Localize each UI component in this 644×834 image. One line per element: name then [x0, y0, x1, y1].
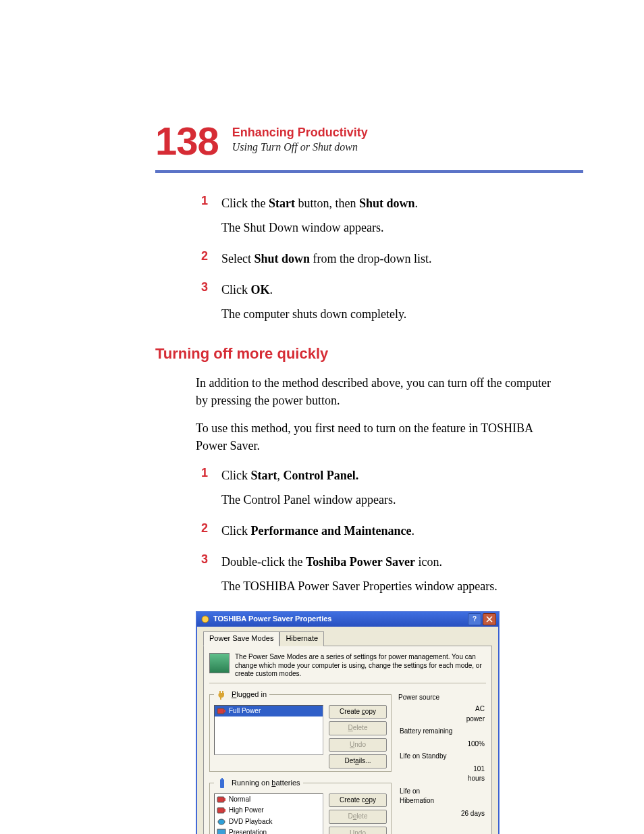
- tabs: Power Save Modes Hibernate: [203, 631, 492, 646]
- status-title: Power source: [398, 693, 486, 703]
- paragraph: In addition to the method described abov…: [196, 374, 556, 409]
- step-b3: 3 Double-click the Toshiba Power Saver i…: [196, 550, 556, 602]
- svg-rect-8: [224, 809, 225, 812]
- app-icon: [200, 615, 210, 624]
- step-text: Double-click the Toshiba Power Saver ico…: [221, 553, 556, 571]
- mode-icon: [217, 796, 226, 804]
- header-titles: Enhancing Productivity Using Turn Off or…: [232, 122, 368, 153]
- svg-point-9: [218, 819, 225, 825]
- plugged-in-group: Plugged in Full Power Create copy: [209, 689, 392, 772]
- status-row: Battery remaining: [400, 726, 485, 737]
- page: 138 Enhancing Productivity Using Turn Of…: [0, 0, 644, 834]
- header-rule: [155, 170, 583, 173]
- svg-rect-5: [217, 797, 224, 802]
- step-1: 1 Click the Start button, then Shut down…: [196, 192, 556, 243]
- undo-button[interactable]: Undo: [329, 738, 387, 752]
- details-button[interactable]: Details...: [329, 754, 387, 768]
- section-title: Using Turn Off or Shut down: [232, 141, 368, 153]
- svg-rect-2: [224, 710, 225, 712]
- svg-point-0: [202, 616, 209, 623]
- plugged-in-listbox[interactable]: Full Power: [214, 705, 323, 755]
- list-item[interactable]: Full Power: [215, 706, 323, 717]
- status-label: Battery remaining: [400, 726, 454, 737]
- step-subtext: The Control Panel window appears.: [221, 491, 556, 509]
- status-value: 101 hours: [456, 764, 485, 785]
- step-b2: 2 Click Performance and Maintenance.: [196, 519, 556, 546]
- status-row: AC power: [400, 704, 485, 725]
- status-table: AC powerBattery remaining100%Life on Sta…: [398, 702, 486, 820]
- step-subtext: The TOSHIBA Power Saver Properties windo…: [221, 577, 556, 595]
- battery-icon: [217, 777, 229, 789]
- help-button[interactable]: ?: [468, 613, 481, 625]
- status-label: [400, 808, 454, 820]
- content: 1 Click the Start button, then Shut down…: [196, 192, 583, 834]
- list-item-label: Presentation: [229, 828, 267, 834]
- mode-icon: [217, 829, 226, 834]
- status-row: Life on Standby: [400, 751, 485, 762]
- step-text: Select Shut down from the drop-down list…: [221, 250, 556, 267]
- mode-icon: [217, 806, 226, 814]
- list-item[interactable]: DVD Playback: [215, 816, 323, 828]
- status-row: Life on Hibernation: [400, 786, 485, 807]
- figure: TOSHIBA Power Saver Properties ? Power S…: [196, 611, 556, 834]
- undo-button-2[interactable]: Undo: [329, 827, 387, 834]
- middle-row: Plugged in Full Power Create copy: [209, 683, 486, 834]
- status-value: AC power: [456, 704, 485, 725]
- list-item[interactable]: Presentation: [215, 827, 323, 834]
- chapter-title: Enhancing Productivity: [232, 126, 368, 140]
- svg-rect-7: [217, 808, 224, 813]
- step-text: Click the Start button, then Shut down.: [221, 194, 556, 212]
- list-item-label: High Power: [229, 806, 264, 816]
- mode-icon: [217, 818, 226, 826]
- list-item[interactable]: Normal: [215, 794, 323, 806]
- status-value: 100%: [456, 739, 485, 750]
- batteries-group: Running on batteries NormalHigh PowerDVD…: [209, 777, 392, 834]
- tab-hibernate[interactable]: Hibernate: [279, 631, 324, 646]
- status-value: [456, 751, 485, 762]
- step-number: 2: [196, 247, 208, 274]
- step-number: 2: [196, 519, 208, 546]
- step-b1: 1 Click Start, Control Panel. The Contro…: [196, 464, 556, 515]
- dialog-title: TOSHIBA Power Saver Properties: [213, 614, 331, 625]
- description-icon: [209, 653, 230, 673]
- create-copy-button-2[interactable]: Create copy: [329, 793, 387, 808]
- batteries-legend: Running on batteries: [232, 778, 300, 789]
- status-column: Power source AC powerBattery remaining10…: [398, 689, 486, 834]
- step-2: 2 Select Shut down from the drop-down li…: [196, 247, 556, 274]
- delete-button-2[interactable]: Delete: [329, 810, 387, 824]
- status-label: [400, 739, 454, 750]
- step-text: Click Performance and Maintenance.: [221, 522, 556, 540]
- status-value: 26 days: [456, 808, 485, 820]
- create-copy-button[interactable]: Create copy: [329, 705, 387, 719]
- svg-rect-4: [221, 778, 223, 779]
- list-item[interactable]: High Power: [215, 805, 323, 816]
- status-label: [400, 764, 454, 785]
- svg-rect-6: [224, 798, 225, 801]
- step-number: 3: [196, 550, 208, 602]
- delete-button[interactable]: Delete: [329, 721, 387, 735]
- status-label: Life on Standby: [400, 751, 454, 762]
- plugged-in-legend: Plugged in: [232, 689, 267, 700]
- batteries-listbox[interactable]: NormalHigh PowerDVD PlaybackPresentation…: [214, 793, 323, 834]
- left-column: Plugged in Full Power Create copy: [209, 689, 392, 834]
- description-text: The Power Save Modes are a series of set…: [235, 653, 486, 679]
- close-button[interactable]: [483, 613, 496, 625]
- status-row: 26 days: [400, 808, 485, 820]
- step-3: 3 Click OK. The computer shuts down comp…: [196, 278, 556, 330]
- list-item-label: Full Power: [229, 706, 261, 716]
- svg-rect-10: [217, 829, 225, 834]
- paragraph: To use this method, you first need to tu…: [196, 419, 556, 454]
- dialog-body: Power Save Modes Hibernate The Power Sav…: [196, 627, 499, 834]
- list-item-label: Normal: [229, 795, 250, 805]
- step-text: Click Start, Control Panel.: [221, 467, 556, 484]
- svg-rect-3: [220, 779, 224, 788]
- description-row: The Power Save Modes are a series of set…: [209, 652, 486, 683]
- step-number: 1: [196, 192, 208, 243]
- status-row: 100%: [400, 739, 485, 750]
- tab-power-save-modes[interactable]: Power Save Modes: [203, 631, 279, 646]
- title-bar[interactable]: TOSHIBA Power Saver Properties ?: [196, 612, 499, 627]
- svg-rect-1: [217, 708, 224, 714]
- power-saver-dialog: TOSHIBA Power Saver Properties ? Power S…: [196, 611, 500, 834]
- page-header: 138 Enhancing Productivity Using Turn Of…: [155, 122, 583, 161]
- status-label: [400, 704, 454, 725]
